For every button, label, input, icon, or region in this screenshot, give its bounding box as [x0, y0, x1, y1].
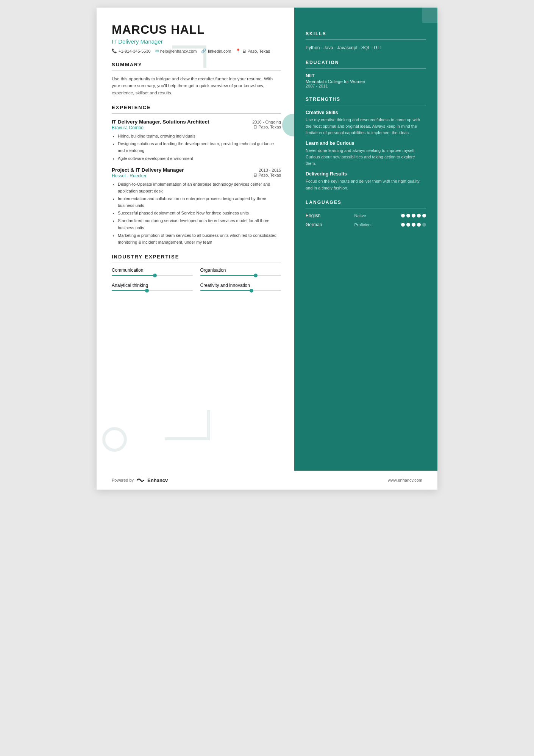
lang-german-level: Proficient	[354, 222, 379, 227]
languages-divider	[306, 208, 426, 208]
resume-document: MARCUS HALL IT Delivery Manager 📞 +1-914…	[97, 8, 437, 490]
exp-2-bullet-1: Design-to-Operate implementation of an e…	[118, 181, 281, 194]
experience-divider	[112, 113, 281, 114]
exp-2-bullet-5: Marketing & promotion of team services t…	[118, 232, 281, 246]
exp-1-bullet-2: Designing solutions and leading the deve…	[118, 140, 281, 154]
left-column: MARCUS HALL IT Delivery Manager 📞 +1-914…	[97, 8, 294, 490]
exp-2-date: 2013 - 2015	[259, 168, 281, 172]
expertise-creativity: Creativity and innovation	[200, 283, 281, 291]
summary-title: SUMMARY	[112, 62, 281, 67]
lang-english-dot-3	[412, 214, 415, 218]
contact-row: 📞 +1-914-345-5530 ✉ help@enhancv.com 🔗 l…	[112, 49, 281, 53]
exp-2-location: El Paso, Texas	[253, 173, 281, 178]
exp-item-1-header: IT Delivery Manager, Solutions Architect…	[112, 119, 281, 125]
deco-square-top-right	[422, 8, 437, 23]
exp-1-date: 2016 - Ongoing	[252, 120, 281, 124]
summary-divider	[112, 70, 281, 71]
expertise-divider	[112, 263, 281, 263]
contact-location: 📍 El Paso, Texas	[236, 49, 270, 53]
expertise-title: INDUSTRY EXPERTISE	[112, 254, 281, 260]
strength-1-name: Creative Skills	[306, 110, 426, 115]
exp-2-bullet-3: Successful phased deployment of Service …	[118, 210, 281, 216]
strengths-divider	[306, 105, 426, 105]
lang-english-dot-2	[406, 214, 410, 218]
exp-1-bullet-3: Agile software development environment	[118, 155, 281, 162]
exp-2-bullet-2: Implementation and collaboration on ente…	[118, 195, 281, 209]
expertise-organisation-dot	[254, 274, 258, 277]
exp-2-bullets: Design-to-Operate implementation of an e…	[112, 181, 281, 246]
exp-1-role: IT Delivery Manager, Solutions Architect	[112, 119, 209, 125]
skills-title: SKILLS	[306, 31, 426, 36]
lang-english-row: English Native	[306, 213, 426, 218]
contact-phone: 📞 +1-914-345-5530	[112, 49, 151, 53]
exp-1-location: El Paso, Texas	[253, 125, 281, 130]
summary-text: Use this opportunity to intrigue and dra…	[112, 75, 281, 96]
expertise-communication: Communication	[112, 268, 193, 276]
lang-german-dot-5	[422, 223, 426, 227]
exp-2-subheader: Hessel - Ruecker El Paso, Texas	[112, 173, 281, 178]
email-icon: ✉	[155, 49, 159, 53]
location-icon: 📍	[236, 49, 241, 53]
expertise-analytical-dot	[145, 289, 149, 293]
lang-english-dot-4	[417, 214, 421, 218]
candidate-name: MARCUS HALL	[112, 23, 281, 37]
expertise-creativity-dot	[250, 289, 253, 293]
enhancv-logo-icon	[136, 477, 145, 483]
lang-english-dot-1	[401, 214, 405, 218]
lang-german-name: German	[306, 222, 332, 227]
right-column: SKILLS Python · Java · Javascript · SQL …	[294, 8, 437, 490]
expertise-grid: Communication Organisation Analytical th…	[112, 268, 281, 291]
lang-english-name: English	[306, 213, 332, 218]
expertise-analytical-bar	[112, 290, 193, 291]
strengths-title: STRENGTHS	[306, 97, 426, 102]
exp-2-bullet-4: Standardized monitoring service develope…	[118, 217, 281, 231]
exp-item-2-header: Project & IT Delivery Manager 2013 - 201…	[112, 167, 281, 173]
lang-english-dot-5	[422, 214, 426, 218]
expertise-analytical: Analytical thinking	[112, 283, 193, 291]
footer-brand: Enhancv	[147, 477, 168, 483]
lang-english-dots	[401, 214, 426, 218]
lang-german-row: German Proficient	[306, 222, 426, 227]
exp-2-company: Hessel - Ruecker	[112, 173, 147, 178]
phone-icon: 📞	[112, 49, 117, 53]
strength-3-desc: Focus on the key inputs and deliver them…	[306, 178, 426, 191]
candidate-title: IT Delivery Manager	[112, 38, 281, 45]
exp-1-subheader: Bravura Combo El Paso, Texas	[112, 125, 281, 130]
edu-school: Meenakshi College for Women	[306, 79, 426, 84]
footer-url: www.enhancv.com	[388, 478, 422, 482]
expertise-communication-dot	[153, 274, 157, 277]
exp-1-bullet-1: Hiring, building teams, growing individu…	[118, 133, 281, 139]
edu-years: 2007 - 2011	[306, 84, 426, 88]
expertise-organisation-bar	[200, 275, 281, 276]
lang-german-dots	[401, 223, 426, 227]
contact-email: ✉ help@enhancv.com	[155, 49, 197, 53]
exp-1-bullets: Hiring, building teams, growing individu…	[112, 133, 281, 162]
education-divider	[306, 68, 426, 69]
expertise-creativity-bar	[200, 290, 281, 291]
strength-2-desc: Never done learning and always seeking t…	[306, 147, 426, 167]
contact-linkedin: 🔗 linkedin.com	[201, 49, 231, 53]
lang-german-dot-4	[417, 223, 421, 227]
lang-german-dot-1	[401, 223, 405, 227]
skills-text: Python · Java · Javascript · SQL · GIT	[306, 44, 426, 52]
skills-divider	[306, 39, 426, 40]
expertise-organisation: Organisation	[200, 268, 281, 276]
languages-title: LANGUAGES	[306, 200, 426, 205]
education-title: EDUCATION	[306, 60, 426, 65]
strength-3-name: Delivering Results	[306, 171, 426, 177]
link-icon: 🔗	[201, 49, 206, 53]
exp-2-role: Project & IT Delivery Manager	[112, 167, 184, 173]
strength-1-desc: Use my creative thinking and resourceful…	[306, 117, 426, 136]
lang-german-dot-3	[412, 223, 415, 227]
edu-institution: NIIT	[306, 73, 426, 78]
footer-powered-by: Powered by Enhancv	[112, 477, 168, 483]
experience-title: EXPERIENCE	[112, 105, 281, 110]
lang-english-level: Native	[354, 213, 379, 218]
exp-1-company: Bravura Combo	[112, 125, 144, 130]
footer: Powered by Enhancv www.enhancv.com	[97, 471, 437, 490]
strength-2-name: Learn and be Curious	[306, 141, 426, 146]
lang-german-dot-2	[406, 223, 410, 227]
expertise-communication-bar	[112, 275, 193, 276]
